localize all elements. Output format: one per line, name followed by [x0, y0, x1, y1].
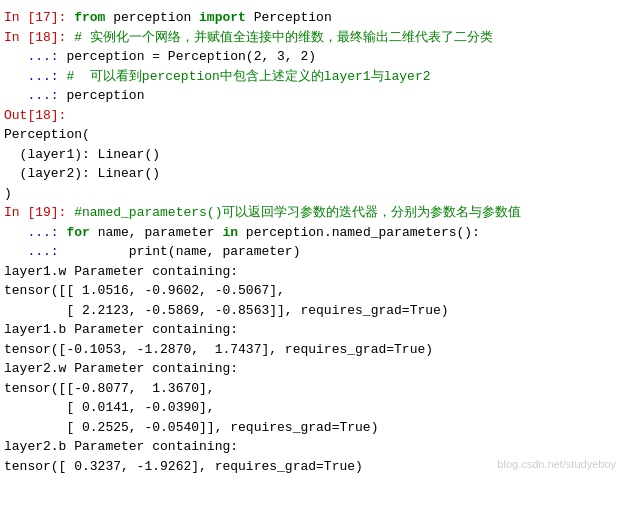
code-line: In [19]: #named_parameters()可以返回学习参数的迭代器…	[4, 203, 624, 223]
code-line: ...: # 可以看到perception中包含上述定义的layer1与laye…	[4, 67, 624, 87]
code-line: [ 2.2123, -0.5869, -0.8563]], requires_g…	[4, 301, 624, 321]
code-token: ...:	[4, 49, 66, 64]
code-token: Out[18]:	[4, 108, 66, 123]
code-token: tensor([-0.1053, -1.2870, 1.7437], requi…	[4, 342, 433, 357]
code-token: #	[74, 30, 90, 45]
code-token: [ 0.0141, -0.0390],	[4, 400, 215, 415]
code-token: tensor([[-0.8077, 1.3670],	[4, 381, 215, 396]
code-line: layer2.b Parameter containing:	[4, 437, 624, 457]
code-line: Perception(	[4, 125, 624, 145]
code-token: in	[222, 225, 238, 240]
code-token: perception = Perception(2, 3, 2)	[66, 49, 316, 64]
code-token: In [18]:	[4, 30, 74, 45]
code-token: (layer2): Linear()	[4, 166, 160, 181]
code-line: tensor([[-0.8077, 1.3670],	[4, 379, 624, 399]
code-token: Perception	[246, 10, 332, 25]
code-token: Perception(	[4, 127, 90, 142]
code-token: (layer1): Linear()	[4, 147, 160, 162]
code-token: tensor([ 0.3237, -1.9262], requires_grad…	[4, 459, 363, 474]
code-token: 维数	[298, 30, 324, 45]
code-output-panel: In [17]: from perception import Percepti…	[4, 8, 624, 476]
code-token: layer1	[324, 69, 371, 84]
code-token: In [19]:	[4, 205, 74, 220]
code-line: [ 0.0141, -0.0390],	[4, 398, 624, 418]
code-token: ...:	[4, 225, 66, 240]
code-token: layer1.w Parameter containing:	[4, 264, 238, 279]
code-token: #named_parameters()可以返回	[74, 205, 274, 220]
code-token: 中包含上述定义的	[220, 69, 324, 84]
code-token: )	[4, 186, 12, 201]
code-token: import	[199, 10, 246, 25]
code-token: 与	[371, 69, 384, 84]
code-line: )	[4, 184, 624, 204]
code-token: print(name, parameter)	[66, 244, 300, 259]
code-token: perception.named_parameters():	[238, 225, 480, 240]
code-line: layer1.b Parameter containing:	[4, 320, 624, 340]
code-token: layer1.b Parameter containing:	[4, 322, 238, 337]
code-token: perception	[105, 10, 199, 25]
code-token: 的迭代器，分别为参数名与参数值	[326, 205, 521, 220]
code-token: ...:	[4, 244, 66, 259]
code-line: ...: perception = Perception(2, 3, 2)	[4, 47, 624, 67]
code-line: layer1.w Parameter containing:	[4, 262, 624, 282]
watermark: blog.csdn.net/studyeboy	[497, 456, 616, 473]
code-token: layer2	[384, 69, 431, 84]
code-line: [ 0.2525, -0.0540]], requires_grad=True)	[4, 418, 624, 438]
code-line: ...: print(name, parameter)	[4, 242, 624, 262]
code-token: ，最终输出二维代表了二分类	[324, 30, 493, 45]
code-line: tensor([-0.1053, -1.2870, 1.7437], requi…	[4, 340, 624, 360]
code-token: name, parameter	[90, 225, 223, 240]
code-line: ...: for name, parameter in perception.n…	[4, 223, 624, 243]
code-token: layer2.b Parameter containing:	[4, 439, 238, 454]
code-token: [ 0.2525, -0.0540]], requires_grad=True)	[4, 420, 378, 435]
code-line: In [17]: from perception import Percepti…	[4, 8, 624, 28]
code-token: 学习参数	[274, 205, 326, 220]
code-token: #	[66, 69, 82, 84]
code-line: layer2.w Parameter containing:	[4, 359, 624, 379]
code-token: [ 2.2123, -0.5869, -0.8563]], requires_g…	[4, 303, 449, 318]
code-token: In [17]:	[4, 10, 74, 25]
code-token: ...:	[4, 69, 66, 84]
code-token: perception	[66, 88, 144, 103]
code-line: In [18]: # 实例化一个网络，并赋值全连接中的维数，最终输出二维代表了二…	[4, 28, 624, 48]
code-token: perception	[142, 69, 220, 84]
code-token: tensor([[ 1.0516, -0.9602, -0.5067],	[4, 283, 285, 298]
code-token: from	[74, 10, 105, 25]
code-token: ...:	[4, 88, 66, 103]
code-content: In [17]: from perception import Percepti…	[4, 8, 624, 476]
code-token: layer2.w Parameter containing:	[4, 361, 238, 376]
code-line: (layer2): Linear()	[4, 164, 624, 184]
code-line: tensor([[ 1.0516, -0.9602, -0.5067],	[4, 281, 624, 301]
code-token: 可以看到	[82, 69, 142, 84]
code-line: Out[18]:	[4, 106, 624, 126]
code-line: (layer1): Linear()	[4, 145, 624, 165]
code-token: for	[66, 225, 89, 240]
code-line: ...: perception	[4, 86, 624, 106]
code-token: 实例化一个网络，并赋值全连接中的	[90, 30, 298, 45]
